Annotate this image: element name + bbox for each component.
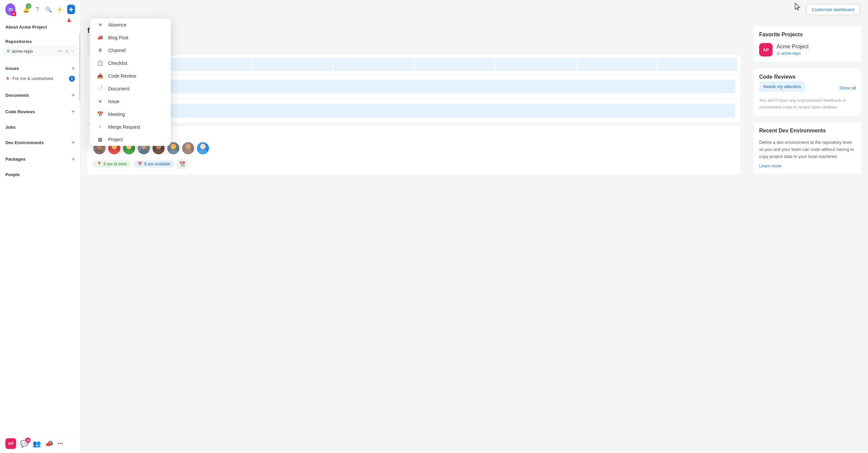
meeting-icon: 📅	[97, 111, 103, 117]
main-body: ff! 16 Nov, Wed < >	[81, 20, 868, 453]
dropdown-item-meeting[interactable]: 📅 Meeting	[90, 108, 170, 121]
team-avatar-7[interactable]	[181, 142, 195, 155]
cal-col-5	[495, 58, 576, 71]
svg-point-12	[185, 144, 191, 149]
sidebar-section-jobs: Jobs	[0, 119, 80, 134]
dropdown-item-project[interactable]: ▦ Project ←	[90, 133, 170, 146]
people-section-title[interactable]: People	[0, 170, 80, 178]
fork-icon[interactable]: ⑂	[71, 49, 73, 54]
dropdown-item-blog-post[interactable]: 📣 Blog Post	[90, 31, 170, 44]
dropdown-item-checklist[interactable]: 📋 Checklist	[90, 57, 170, 69]
footer-more-button[interactable]: •••	[57, 441, 63, 447]
branch-icon[interactable]: ⊙	[65, 49, 68, 54]
cal-col-4	[414, 58, 495, 71]
time-event-2[interactable]	[125, 104, 735, 118]
learn-more-link[interactable]: Learn more	[759, 163, 856, 169]
search-icon[interactable]: 🔍	[45, 5, 53, 14]
dropdown-item-code-review[interactable]: 📤 Code Review	[90, 69, 170, 82]
sidebar-scrollbar[interactable]	[79, 34, 80, 101]
blog-post-icon: 📣	[97, 35, 103, 41]
team-calendar-button[interactable]: 📆	[177, 159, 187, 169]
repo-link-icon: ⊙	[777, 51, 780, 56]
right-panel: Favorite Projects AP Acme Project ⊙ acme…	[747, 20, 868, 453]
footer-chat-button[interactable]: 💬 13	[20, 440, 29, 448]
footer-avatar: AP	[5, 438, 16, 449]
center-panel: ff! 16 Nov, Wed < >	[81, 20, 747, 453]
code-reviews-title: Code Reviews	[759, 74, 796, 80]
team-header: Cool Devs 8	[93, 131, 735, 138]
available-status[interactable]: 📅 8 are available	[133, 160, 174, 168]
project-icon: ▦	[97, 137, 103, 143]
sidebar: JD M 🔔 1 ? 🔍 ⚡ ✚ ▲ About Acme Project Re…	[0, 0, 81, 453]
code-reviews-header: Code Reviews	[759, 74, 856, 80]
help-icon[interactable]: ?	[33, 5, 41, 14]
channel-icon: #	[97, 48, 103, 54]
code-reviews-add-button[interactable]: +	[71, 108, 75, 115]
sidebar-section-documents: Documents +	[0, 86, 80, 103]
create-button[interactable]: ✚ ▲	[67, 5, 75, 14]
cal-col-3	[334, 58, 414, 71]
footer-megaphone-button[interactable]: 📣	[45, 440, 54, 448]
time-block-1: 08:00–09:00 ended	[87, 74, 740, 99]
footer-team-button[interactable]: 👥	[33, 440, 41, 448]
lightning-icon[interactable]: ⚡	[56, 5, 63, 14]
show-all-link[interactable]: Show all	[839, 85, 856, 90]
time-event-1[interactable]	[125, 80, 735, 93]
team-avatar-8[interactable]	[196, 142, 210, 155]
notification-icon[interactable]: 🔔 1	[22, 5, 30, 14]
code-icon[interactable]: <>	[58, 49, 62, 54]
dropdown-item-merge-request[interactable]: ⑂ Merge Request	[90, 121, 170, 133]
create-dropdown-menu: ☀ Absence 📣 Blog Post # Channel 📋 Checkl…	[90, 19, 170, 146]
cal-col-6	[577, 58, 657, 71]
dropdown-item-issue[interactable]: ✳ Issue	[90, 95, 170, 108]
packages-section-title[interactable]: Packages +	[0, 153, 80, 164]
sidebar-section-issues: Issues + ✳ For me & unresolved 1	[0, 59, 80, 86]
dev-env-description: Define a dev environment at the reposito…	[759, 139, 856, 160]
checklist-icon: 📋	[97, 60, 103, 66]
at-work-status[interactable]: 📍 8 are at work	[93, 160, 131, 168]
project-repo-link[interactable]: ⊙ acme-repo	[777, 51, 809, 56]
sidebar-section-people: People	[0, 167, 80, 181]
svg-point-13	[184, 149, 192, 154]
repositories-section-title[interactable]: Repositories	[0, 36, 80, 46]
svg-point-5	[125, 149, 133, 154]
repo-action-icons: <> ⊙ ⑂	[58, 49, 73, 54]
customize-dashboard-button[interactable]: Customize dashboard	[806, 4, 860, 15]
sidebar-section-dev-environments: Dev Environments +	[0, 134, 80, 150]
svg-point-9	[154, 149, 163, 154]
dev-environments-section-title[interactable]: Dev Environments +	[0, 137, 80, 148]
document-icon: 📄	[97, 86, 103, 92]
project-info: Acme Project ⊙ acme-repo	[777, 44, 809, 56]
sidebar-section-packages: Packages +	[0, 150, 80, 167]
dropdown-item-absence[interactable]: ☀ Absence	[90, 19, 170, 31]
main-header: Customize dashboard	[81, 0, 868, 20]
main-content: Customize dashboard ff! 16 Nov, Wed < >	[81, 0, 868, 453]
sidebar-section-code-reviews: Code Reviews +	[0, 103, 80, 119]
dropdown-item-document[interactable]: 📄 Document	[90, 82, 170, 95]
needs-attention-badge[interactable]: Needs my attention	[759, 81, 805, 92]
location-icon: 📍	[97, 162, 102, 167]
packages-add-button[interactable]: +	[71, 156, 75, 163]
favorite-projects-section: Favorite Projects AP Acme Project ⊙ acme…	[754, 26, 861, 62]
issues-section-title[interactable]: Issues +	[0, 62, 80, 73]
chat-badge: 13	[25, 437, 31, 443]
code-reviews-section-title[interactable]: Code Reviews +	[0, 105, 80, 117]
svg-point-3	[110, 149, 119, 154]
repo-list-icon: ≡	[7, 48, 10, 54]
avatar[interactable]: JD M	[5, 3, 16, 16]
dev-environments-section: Recent Dev Environments Define a dev env…	[754, 122, 861, 174]
documents-add-button[interactable]: +	[71, 92, 75, 99]
issue-item[interactable]: ✳ For me & unresolved 1	[0, 73, 80, 84]
repo-item[interactable]: ≡ acme-repo <> ⊙ ⑂	[3, 46, 78, 57]
footer-project-button[interactable]: AP	[5, 438, 16, 449]
documents-section-title[interactable]: Documents +	[0, 89, 80, 100]
dev-env-add-button[interactable]: +	[71, 139, 75, 146]
calendar-columns	[87, 55, 740, 74]
dev-environments-title: Recent Dev Environments	[759, 128, 856, 134]
team-avatars	[93, 142, 735, 155]
jobs-section-title[interactable]: Jobs	[0, 122, 80, 131]
issues-add-button[interactable]: +	[71, 65, 75, 72]
absence-icon: ☀	[97, 22, 103, 28]
project-logo[interactable]: AP	[759, 43, 773, 57]
dropdown-item-channel[interactable]: # Channel	[90, 44, 170, 57]
